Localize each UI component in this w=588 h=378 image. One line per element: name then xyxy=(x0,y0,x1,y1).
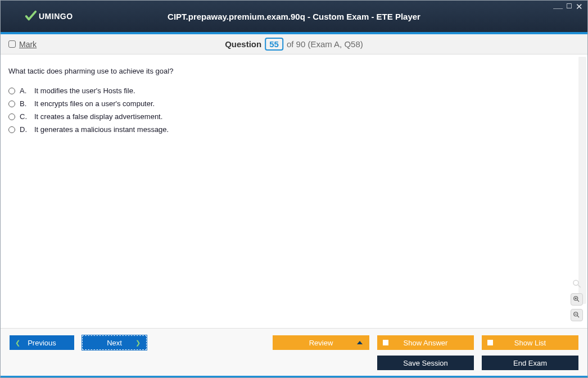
save-session-button[interactable]: Save Session xyxy=(377,356,474,370)
options-list: A. It modifies the user's Hosts file. B.… xyxy=(8,84,580,136)
brand-text: UMINGO xyxy=(39,12,73,21)
previous-button[interactable]: ❮ Previous xyxy=(10,335,74,350)
window-title: CIPT.prepaway.premium.exam.90q - Custom … xyxy=(168,12,420,21)
footer-row-2: Save Session End Exam xyxy=(1,353,587,376)
option-d[interactable]: D. It generates a malicious instant mess… xyxy=(8,123,580,136)
radio-icon[interactable] xyxy=(8,88,15,94)
question-word: Question xyxy=(225,39,261,49)
window-controls: __ ☐ ✕ xyxy=(553,2,583,11)
show-list-button[interactable]: Show List xyxy=(482,335,578,350)
option-letter: B. xyxy=(20,99,30,108)
radio-icon[interactable] xyxy=(8,126,15,133)
footer-row-1: ❮ Previous Next ❯ Review Show Answer Sho… xyxy=(1,329,587,353)
content-area: What tactic does pharming use to achieve… xyxy=(1,54,587,328)
question-number: 55 xyxy=(265,38,283,51)
option-a[interactable]: A. It modifies the user's Hosts file. xyxy=(8,84,580,97)
review-button[interactable]: Review xyxy=(273,335,369,350)
mark-label: Mark xyxy=(19,40,37,49)
info-bar: Mark Question 55 of 90 (Exam A, Q58) xyxy=(1,34,587,54)
triangle-up-icon xyxy=(357,341,363,344)
chevron-left-icon: ❮ xyxy=(15,339,20,347)
bottom-accent-bar xyxy=(1,376,587,377)
next-button[interactable]: Next ❯ xyxy=(82,335,147,350)
svg-line-1 xyxy=(578,285,581,288)
button-label: Review xyxy=(309,339,333,347)
option-letter: A. xyxy=(20,86,30,95)
question-text: What tactic does pharming use to achieve… xyxy=(8,67,580,75)
title-bar: UMINGO CIPT.prepaway.premium.exam.90q - … xyxy=(1,1,587,32)
option-c[interactable]: C. It creates a false display advertisem… xyxy=(8,110,580,123)
chevron-right-icon: ❯ xyxy=(135,339,141,347)
radio-icon[interactable] xyxy=(8,113,15,120)
checkmark-icon xyxy=(24,10,37,22)
option-text: It generates a malicious instant message… xyxy=(34,125,169,134)
zoom-in-button[interactable] xyxy=(571,293,583,306)
svg-line-5 xyxy=(577,300,579,302)
show-answer-button[interactable]: Show Answer xyxy=(377,335,474,350)
button-label: Show List xyxy=(514,339,546,347)
button-label: Previous xyxy=(28,339,56,347)
square-icon xyxy=(383,340,388,345)
close-icon[interactable]: ✕ xyxy=(576,2,583,11)
option-text: It encrypts files on a user's computer. xyxy=(34,99,155,108)
option-text: It modifies the user's Hosts file. xyxy=(34,86,135,95)
square-icon xyxy=(487,340,493,345)
button-label: Save Session xyxy=(403,359,448,367)
brand-logo: UMINGO xyxy=(24,10,73,22)
question-of-text: of 90 (Exam A, Q58) xyxy=(287,39,363,49)
maximize-icon[interactable]: ☐ xyxy=(566,3,572,11)
button-label: Next xyxy=(107,339,122,347)
option-letter: C. xyxy=(20,112,30,121)
footer: ❮ Previous Next ❯ Review Show Answer Sho… xyxy=(1,328,587,377)
radio-icon[interactable] xyxy=(8,101,15,107)
question-indicator: Question 55 of 90 (Exam A, Q58) xyxy=(225,38,363,51)
search-icon[interactable] xyxy=(571,277,583,290)
checkbox-icon[interactable] xyxy=(8,40,16,48)
question-area: What tactic does pharming use to achieve… xyxy=(1,54,587,144)
option-b[interactable]: B. It encrypts files on a user's compute… xyxy=(8,97,580,110)
mark-toggle[interactable]: Mark xyxy=(8,40,37,49)
zoom-out-button[interactable] xyxy=(571,309,583,321)
scrollbar[interactable] xyxy=(578,57,586,304)
app-window: UMINGO CIPT.prepaway.premium.exam.90q - … xyxy=(0,0,588,378)
zoom-controls xyxy=(571,277,583,321)
svg-line-8 xyxy=(577,316,579,317)
end-exam-button[interactable]: End Exam xyxy=(482,356,578,370)
svg-point-0 xyxy=(573,280,578,285)
minimize-icon[interactable]: __ xyxy=(553,1,563,9)
option-text: It creates a false display advertisement… xyxy=(34,112,162,121)
button-label: End Exam xyxy=(513,359,547,367)
button-label: Show Answer xyxy=(404,339,448,347)
option-letter: D. xyxy=(20,125,30,134)
